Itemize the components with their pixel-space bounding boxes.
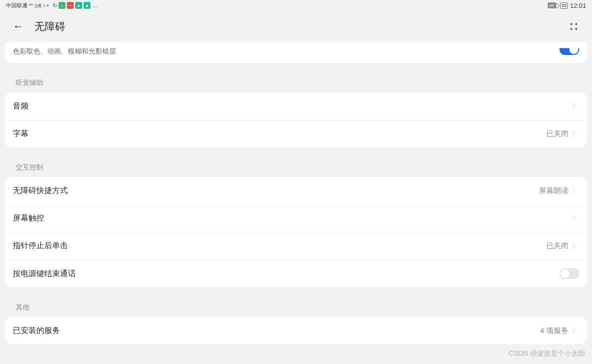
visual-effects-row[interactable]: 色彩取色、动画、模糊和光影错层 — [5, 42, 587, 63]
carrier-label: 中国联通 — [6, 2, 28, 9]
power-end-call-row[interactable]: 按电源键结束通话 — [5, 259, 587, 287]
signal-bars-icon: ▯ıll — [34, 2, 41, 9]
status-bar-left: 中国联通 ⁴ᴳ ▯ıll ⋮ᯤ ↻ ⌂ — ▲ ▲ … — [6, 2, 97, 9]
app-icon-2: — — [67, 2, 74, 9]
sync-icon: ↻ — [53, 2, 57, 9]
back-button[interactable]: ← — [13, 20, 24, 33]
watermark: CSDN @波波是个小太阳 — [508, 349, 585, 358]
pointer-click-row[interactable]: 指针停止后单击 已关闭 〉 — [5, 232, 587, 259]
touch-row[interactable]: 屏幕触控 〉 — [5, 204, 587, 232]
audio-row[interactable]: 音频 〉 — [5, 92, 587, 120]
pointer-click-label: 指针停止后单击 — [13, 241, 68, 251]
shortcut-label: 无障碍快捷方式 — [13, 186, 68, 196]
page-title: 无障碍 — [34, 20, 65, 33]
interaction-card: 无障碍快捷方式 屏幕朗读 〉 屏幕触控 〉 指针停止后单击 已关闭 〉 按电源键… — [5, 177, 587, 287]
installed-services-row[interactable]: 已安装的服务 4 项服务 〉 — [5, 317, 587, 344]
shortcut-row[interactable]: 无障碍快捷方式 屏幕朗读 〉 — [5, 177, 587, 204]
more-indicator: … — [92, 2, 97, 8]
more-menu-button[interactable] — [570, 23, 581, 30]
interaction-section-title: 交互控制 — [5, 153, 587, 177]
hearing-card: 音频 〉 字幕 已关闭 〉 — [5, 92, 587, 147]
installed-services-value: 4 项服务 — [540, 326, 568, 336]
power-end-call-toggle[interactable] — [560, 268, 579, 279]
time-label: 12:01 — [570, 2, 586, 9]
visual-effects-toggle[interactable] — [560, 48, 579, 55]
wifi-icon: ⋮ᯤ — [43, 2, 51, 8]
battery-icon: 82 — [560, 2, 568, 9]
app-icon-1: ⌂ — [59, 2, 65, 9]
chevron-right-icon: 〉 — [572, 326, 579, 335]
other-card: 已安装的服务 4 项服务 〉 — [5, 317, 587, 344]
chevron-right-icon: 〉 — [572, 242, 579, 251]
visual-effects-label: 色彩取色、动画、模糊和光影错层 — [13, 47, 116, 56]
subtitle-label: 字幕 — [13, 129, 29, 139]
signal-4g-icon: ⁴ᴳ — [29, 3, 33, 8]
status-bar-right: HD ⃟ 82 12:01 — [548, 2, 586, 9]
audio-label: 音频 — [13, 101, 29, 112]
app-icon-3: ▲ — [75, 2, 82, 9]
page-header: ← 无障碍 — [0, 11, 592, 42]
chevron-right-icon: 〉 — [572, 186, 579, 195]
hearing-section-title: 听觉辅助 — [5, 69, 587, 92]
installed-services-label: 已安装的服务 — [13, 326, 60, 336]
pointer-click-value: 已关闭 — [546, 241, 568, 251]
touch-label: 屏幕触控 — [13, 213, 44, 224]
chevron-right-icon: 〉 — [572, 214, 579, 223]
other-section-title: 其他 — [5, 293, 587, 317]
app-icon-4: ▲ — [84, 2, 90, 9]
power-end-call-label: 按电源键结束通话 — [13, 269, 76, 279]
chevron-right-icon: 〉 — [572, 130, 579, 139]
chevron-right-icon: 〉 — [572, 102, 579, 111]
subtitle-row[interactable]: 字幕 已关闭 〉 — [5, 120, 587, 147]
visual-effects-card: 色彩取色、动画、模糊和光影错层 — [5, 42, 587, 63]
status-bar: 中国联通 ⁴ᴳ ▯ıll ⋮ᯤ ↻ ⌂ — ▲ ▲ … HD ⃟ 82 12:0… — [0, 0, 592, 11]
hd-icon: HD — [548, 2, 557, 8]
shortcut-value: 屏幕朗读 — [539, 186, 568, 196]
subtitle-value: 已关闭 — [546, 129, 568, 139]
